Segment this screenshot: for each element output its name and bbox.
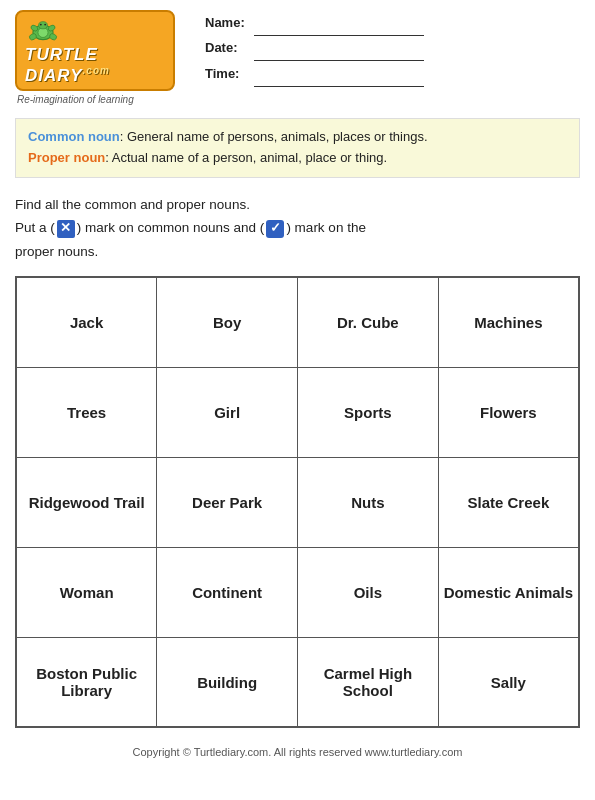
proper-noun-label: Proper noun — [28, 150, 105, 165]
common-noun-def: : General name of persons, animals, plac… — [120, 129, 428, 144]
check-mark-icon: ✓ — [266, 220, 284, 238]
table-cell[interactable]: Carmel High School — [298, 637, 439, 727]
instruction-line3: proper nouns. — [15, 241, 580, 263]
svg-point-8 — [44, 24, 46, 26]
table-cell[interactable]: Trees — [16, 367, 157, 457]
table-cell[interactable]: Sports — [298, 367, 439, 457]
common-noun-label: Common noun — [28, 129, 120, 144]
instruction-line2: Put a (✕) mark on common nouns and (✓) m… — [15, 217, 580, 239]
time-row: Time: — [205, 61, 580, 87]
date-line — [254, 36, 424, 62]
table-cell[interactable]: Boston Public Library — [16, 637, 157, 727]
name-row: Name: — [205, 10, 580, 36]
instructions: Find all the common and proper nouns. Pu… — [0, 186, 595, 271]
time-line — [254, 61, 424, 87]
name-label: Name: — [205, 11, 250, 36]
logo-box: TURTLE DIARY.com — [15, 10, 175, 91]
info-box: Common noun: General name of persons, an… — [15, 118, 580, 178]
table-cell[interactable]: Jack — [16, 277, 157, 367]
table-cell[interactable]: Continent — [157, 547, 298, 637]
proper-noun-def: : Actual name of a person, animal, place… — [105, 150, 387, 165]
table-cell[interactable]: Machines — [438, 277, 579, 367]
table-cell[interactable]: Building — [157, 637, 298, 727]
table-cell[interactable]: Slate Creek — [438, 457, 579, 547]
cross-mark-icon: ✕ — [57, 220, 75, 238]
table-cell[interactable]: Nuts — [298, 457, 439, 547]
common-noun-line: Common noun: General name of persons, an… — [28, 127, 567, 148]
date-label: Date: — [205, 36, 250, 61]
logo-tagline: Re-imagination of learning — [15, 94, 175, 105]
header: TURTLE DIARY.com Re-imagination of learn… — [0, 0, 595, 110]
proper-noun-line: Proper noun: Actual name of a person, an… — [28, 148, 567, 169]
table-cell[interactable]: Boy — [157, 277, 298, 367]
table-cell[interactable]: Dr. Cube — [298, 277, 439, 367]
table-row: Boston Public LibraryBuildingCarmel High… — [16, 637, 579, 727]
noun-table: JackBoyDr. CubeMachinesTreesGirlSportsFl… — [15, 276, 580, 728]
footer: Copyright © Turtlediary.com. All rights … — [0, 738, 595, 762]
name-fields: Name: Date: Time: — [175, 10, 580, 87]
table-cell[interactable]: Flowers — [438, 367, 579, 457]
date-row: Date: — [205, 36, 580, 62]
name-line — [254, 10, 424, 36]
time-label: Time: — [205, 62, 250, 87]
table-cell[interactable]: Oils — [298, 547, 439, 637]
logo-area: TURTLE DIARY.com Re-imagination of learn… — [15, 10, 175, 105]
logo-text: TURTLE DIARY.com — [25, 46, 165, 85]
logo-com: .com — [83, 65, 110, 76]
table-cell[interactable]: Domestic Animals — [438, 547, 579, 637]
svg-point-6 — [39, 22, 48, 29]
table-row: WomanContinentOilsDomestic Animals — [16, 547, 579, 637]
svg-point-7 — [40, 24, 42, 26]
instruction-line1: Find all the common and proper nouns. — [15, 194, 580, 216]
table-cell[interactable]: Woman — [16, 547, 157, 637]
table-cell[interactable]: Ridgewood Trail — [16, 457, 157, 547]
table-row: Ridgewood TrailDeer ParkNutsSlate Creek — [16, 457, 579, 547]
table-cell[interactable]: Sally — [438, 637, 579, 727]
footer-text: Copyright © Turtlediary.com. All rights … — [133, 746, 463, 758]
turtle-icon — [25, 16, 61, 46]
table-row: TreesGirlSportsFlowers — [16, 367, 579, 457]
table-cell[interactable]: Deer Park — [157, 457, 298, 547]
table-cell[interactable]: Girl — [157, 367, 298, 457]
table-row: JackBoyDr. CubeMachines — [16, 277, 579, 367]
